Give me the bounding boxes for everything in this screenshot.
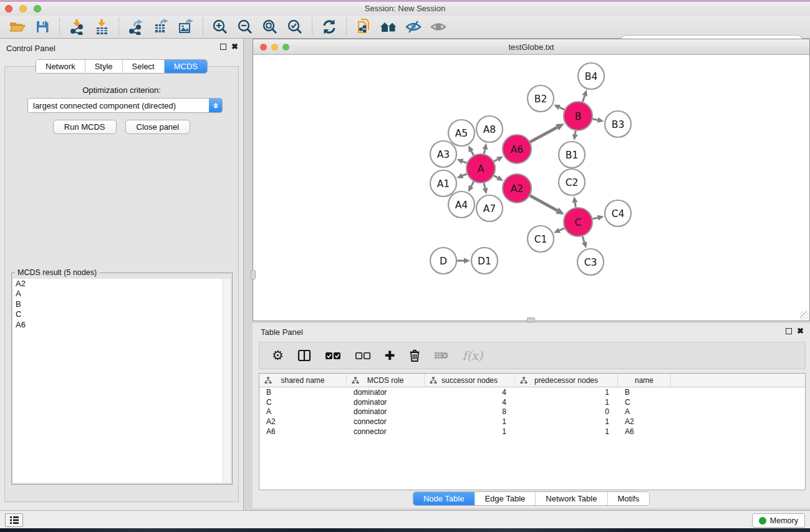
tab-network-table[interactable]: Network Table [536, 492, 607, 505]
function-builder-button[interactable]: f(x) [463, 349, 483, 362]
table-cell[interactable]: 1 [425, 427, 515, 436]
export-image-button[interactable] [173, 17, 198, 37]
column-header-shared-name[interactable]: shared name [259, 374, 347, 387]
result-item[interactable]: A [13, 289, 231, 299]
table-settings-button[interactable]: ⚙ [272, 349, 284, 362]
table-cell[interactable]: A6 [259, 427, 347, 436]
delete-table-button[interactable] [434, 351, 449, 360]
table-cell[interactable]: B [618, 388, 671, 397]
import-table-button[interactable] [89, 17, 114, 37]
table-cell[interactable]: 1 [515, 398, 618, 407]
graph-node-A8[interactable]: A8 [476, 116, 503, 142]
graph-node-A5[interactable]: A5 [448, 120, 475, 146]
table-cell[interactable]: B [259, 388, 347, 397]
column-header-successor-nodes[interactable]: successor nodes [425, 374, 515, 387]
table-cell[interactable]: 4 [425, 388, 515, 397]
graph-node-B[interactable]: B [564, 102, 592, 130]
table-row[interactable]: Adominator80A [259, 407, 805, 417]
float-table-panel-icon[interactable] [786, 328, 792, 334]
table-cell[interactable]: A [259, 407, 347, 416]
edge-C-C4[interactable] [592, 218, 597, 219]
graph-node-D[interactable]: D [430, 248, 456, 274]
graph-node-C[interactable]: C [564, 208, 592, 236]
network-graph[interactable]: B4B2BB3A8A5A6A3B1AC2A1A2A4A7C4CC1C3DD1 [253, 56, 809, 317]
network-canvas[interactable]: B4B2BB3A8A5A6A3B1AC2A1A2A4A7C4CC1C3DD1 [253, 56, 809, 317]
column-header-predecessor-nodes[interactable]: predecessor nodes [515, 374, 618, 387]
graph-node-A[interactable]: A [466, 154, 495, 183]
export-table-button[interactable] [148, 17, 173, 37]
result-item[interactable]: A6 [13, 320, 231, 330]
float-panel-icon[interactable] [220, 44, 226, 50]
table-cell[interactable]: C [618, 398, 671, 407]
edge-A-A5[interactable] [471, 151, 474, 155]
column-header-MCDS-role[interactable]: MCDS role [347, 374, 425, 387]
table-cell[interactable]: 8 [425, 407, 515, 416]
resize-grip-icon[interactable] [800, 311, 809, 320]
edge-A-A6[interactable] [494, 159, 498, 161]
graph-node-C4[interactable]: C4 [605, 200, 631, 226]
edge-A-A3[interactable] [463, 162, 467, 163]
deselect-all-columns-button[interactable] [355, 351, 371, 360]
graph-node-B4[interactable]: B4 [578, 63, 604, 89]
edge-B-B4[interactable] [582, 95, 584, 102]
task-history-button[interactable] [5, 513, 23, 527]
edge-A2-C[interactable] [530, 196, 557, 211]
table-cell[interactable]: A2 [259, 417, 347, 426]
close-table-panel-icon[interactable]: ✖ [797, 328, 804, 334]
zoom-in-button[interactable] [208, 17, 233, 37]
edge-A-A8[interactable] [484, 149, 485, 153]
tab-network[interactable]: Network [36, 60, 85, 73]
column-layout-button[interactable] [297, 349, 311, 362]
open-file-button[interactable] [5, 17, 30, 37]
export-network-button[interactable] [123, 17, 148, 37]
graph-node-A1[interactable]: A1 [430, 170, 456, 196]
graph-node-A2[interactable]: A2 [503, 174, 531, 203]
save-session-button[interactable] [30, 17, 55, 37]
edge-A-A2[interactable] [494, 176, 498, 178]
zoom-selected-button[interactable] [282, 17, 307, 37]
edge-C-C1[interactable] [559, 228, 564, 231]
add-column-button[interactable]: ✚ [385, 349, 395, 362]
table-cell[interactable]: 1 [425, 417, 515, 426]
table-cell[interactable]: 4 [425, 398, 515, 407]
table-row[interactable]: A6connector11A6 [259, 427, 805, 437]
edge-B-B1[interactable] [575, 131, 576, 135]
graph-node-B3[interactable]: B3 [605, 111, 631, 137]
edge-A-A7[interactable] [484, 183, 485, 188]
table-cell[interactable]: dominator [347, 398, 425, 407]
table-row[interactable]: A2connector11A2 [259, 417, 805, 427]
delete-columns-button[interactable] [409, 349, 420, 362]
select-all-columns-button[interactable] [325, 351, 341, 360]
edge-C-C3[interactable] [582, 236, 584, 243]
result-item[interactable]: C [13, 309, 231, 319]
zoom-fit-button[interactable] [258, 17, 282, 37]
graph-node-C1[interactable]: C1 [528, 226, 554, 252]
graph-node-D1[interactable]: D1 [471, 248, 498, 274]
graph-node-A4[interactable]: A4 [448, 191, 475, 218]
import-network-button[interactable] [64, 17, 89, 37]
result-item[interactable]: A2 [13, 279, 231, 289]
close-panel-icon[interactable]: ✖ [231, 44, 238, 50]
table-cell[interactable]: connector [347, 417, 425, 426]
tab-motifs[interactable]: Motifs [607, 492, 649, 505]
tab-mcds[interactable]: MCDS [165, 60, 207, 73]
table-row[interactable]: Cdominator41C [259, 397, 805, 407]
horizontal-splitter-grip[interactable] [527, 317, 535, 322]
hide-selected-button[interactable] [401, 17, 426, 37]
edge-A-A4[interactable] [471, 181, 474, 186]
tab-edge-table[interactable]: Edge Table [475, 492, 536, 505]
column-header-name[interactable]: name [618, 374, 671, 387]
show-all-networks-button[interactable] [376, 17, 401, 37]
edge-A6-B[interactable] [530, 127, 557, 142]
graph-node-B1[interactable]: B1 [559, 142, 585, 168]
graph-node-B2[interactable]: B2 [528, 85, 554, 112]
optimization-criterion-dropdown[interactable]: largest connected component (directed) [27, 98, 223, 113]
table-row[interactable]: Bdominator41B [259, 387, 805, 397]
graph-node-A6[interactable]: A6 [503, 135, 531, 163]
edge-B-B3[interactable] [593, 119, 598, 120]
table-cell[interactable]: A2 [618, 417, 671, 426]
graph-node-C2[interactable]: C2 [559, 169, 585, 195]
table-cell[interactable]: 0 [515, 407, 618, 416]
panel-divider-grip[interactable] [251, 270, 256, 279]
close-panel-button[interactable]: Close panel [125, 120, 191, 134]
